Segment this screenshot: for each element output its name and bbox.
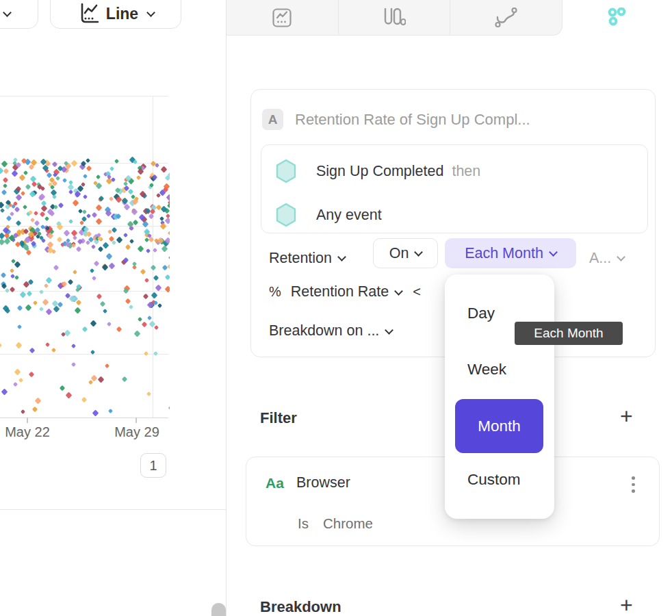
scrollbar-thumb[interactable] <box>211 603 226 616</box>
string-property-icon: Aa <box>266 475 284 491</box>
percent-icon: % <box>269 284 281 300</box>
chevron-down-icon <box>385 326 393 335</box>
clipped-dropdown-button[interactable] <box>0 0 38 29</box>
breakdown-section-heading: Breakdown <box>260 598 341 616</box>
add-filter-button[interactable]: + <box>620 408 633 424</box>
line-chart-icon <box>77 3 99 25</box>
tooltip-text: Each Month <box>534 326 603 341</box>
account-label: A... <box>589 250 611 267</box>
series-letter-badge: A <box>262 109 283 130</box>
horizontal-divider <box>0 509 226 510</box>
less-than-symbol: < <box>413 284 421 300</box>
events-group-card: Sign Up Completed then Any event <box>261 144 648 233</box>
breakdown-on-dropdown[interactable]: Breakdown on ... <box>269 322 392 339</box>
x-axis-label: May 22 <box>0 424 58 440</box>
chart-type-label: Line <box>106 5 138 23</box>
filter-section-heading: Filter <box>260 409 297 427</box>
bars-icon <box>383 8 406 28</box>
menu-item-day[interactable]: Day <box>467 305 495 322</box>
chevron-down-icon <box>337 253 346 261</box>
breakdown-on-label: Breakdown on ... <box>269 322 379 339</box>
chevron-down-icon <box>146 8 155 17</box>
event-row-first[interactable]: Sign Up Completed then <box>275 159 480 183</box>
kebab-menu-icon[interactable] <box>632 476 635 493</box>
pagination-badge[interactable]: 1 <box>140 453 166 478</box>
each-month-tooltip: Each Month <box>515 322 623 345</box>
interval-unit-dropdown[interactable]: Each Month <box>445 238 576 268</box>
insights-chart-icon <box>272 8 292 28</box>
query-title[interactable]: Retention Rate of Sign Up Compl... <box>295 111 530 129</box>
chevron-down-icon <box>549 248 558 257</box>
filter-property-name[interactable]: Browser <box>296 474 350 491</box>
chevron-down-icon <box>617 253 625 261</box>
tab-insights[interactable] <box>227 0 339 35</box>
scatter-points <box>0 96 170 419</box>
menu-item-month-label: Month <box>478 418 521 435</box>
tab-flows[interactable] <box>450 0 562 35</box>
x-axis-label: May 29 <box>106 424 168 440</box>
app-window: Line May 22 May 29 1 <box>0 0 672 616</box>
metric-row: % Retention Rate < <box>269 283 421 300</box>
on-dropdown[interactable]: On <box>373 238 438 268</box>
report-tab-bar <box>227 0 563 36</box>
account-dropdown[interactable]: A... <box>589 243 624 273</box>
filter-value[interactable]: Chrome <box>323 515 373 532</box>
event-name[interactable]: Any event <box>316 207 382 224</box>
menu-item-custom[interactable]: Custom <box>467 471 521 489</box>
tab-funnels[interactable] <box>339 0 451 35</box>
event-hexagon-icon <box>275 159 297 183</box>
flow-icon <box>495 8 518 28</box>
query-builder-panel: A Retention Rate of Sign Up Compl... Sig… <box>226 0 672 616</box>
menu-item-month-selected[interactable]: Month <box>455 399 543 453</box>
retention-type-dropdown[interactable]: Retention <box>269 243 345 273</box>
event-hexagon-icon <box>275 203 297 227</box>
chevron-down-icon <box>414 248 423 257</box>
interval-unit-label: Each Month <box>465 245 543 262</box>
chart-type-line-button[interactable]: Line <box>50 0 181 29</box>
add-breakdown-button[interactable]: + <box>620 597 633 613</box>
chart-panel: Line May 22 May 29 1 <box>0 0 226 616</box>
on-label: On <box>389 245 409 262</box>
retention-dots-icon <box>607 8 629 28</box>
metric-dropdown[interactable]: Retention Rate <box>291 283 389 300</box>
event-row-second[interactable]: Any event <box>275 203 382 227</box>
menu-item-week[interactable]: Week <box>467 361 506 378</box>
event-name[interactable]: Sign Up Completed <box>316 163 443 180</box>
chevron-down-icon <box>3 8 12 17</box>
filter-operator[interactable]: Is <box>298 515 309 532</box>
event-suffix: then <box>452 163 480 180</box>
interval-dropdown-menu: Day Week Month Custom <box>445 274 554 519</box>
tab-retention-active[interactable] <box>563 0 672 36</box>
chevron-down-icon <box>394 287 403 296</box>
retention-type-label: Retention <box>269 250 332 267</box>
